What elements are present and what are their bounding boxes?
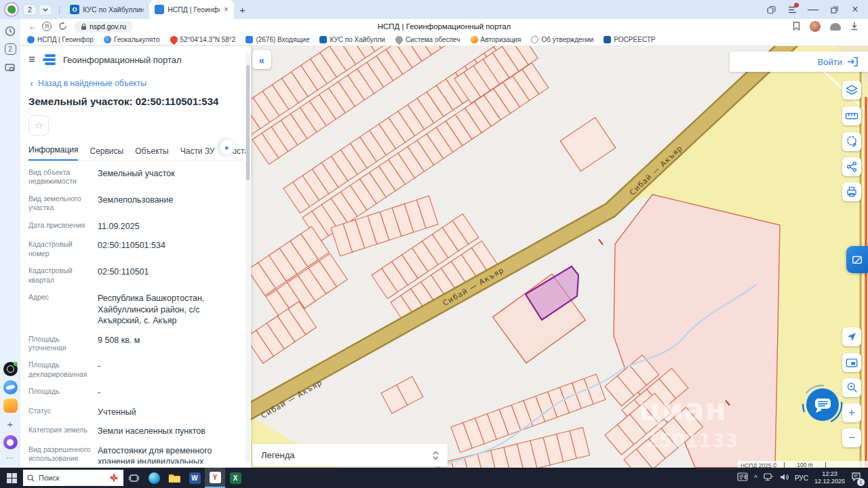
bookmark-item[interactable]: 52°04'14.3"N 58°2 — [170, 36, 236, 43]
zoom-out-button[interactable]: − — [842, 428, 861, 447]
map-area: Сибай — Акъяр Сибай — Акъяр Сибай — Акъя… — [251, 46, 868, 468]
tab-objects[interactable]: Объекты — [135, 146, 169, 161]
notification-badge: 1 — [857, 479, 865, 486]
tray-chevron-icon[interactable]: ^ — [754, 474, 757, 482]
mail-icon — [245, 36, 253, 43]
tab-information[interactable]: Информация — [28, 145, 78, 161]
lasso-select-button[interactable] — [842, 132, 861, 151]
field-row: Площадь уточненная9 508 кв. м — [28, 331, 239, 357]
field-row: Площадь- — [28, 383, 239, 403]
scrollbar-thumb[interactable] — [246, 65, 250, 180]
bookmark-item[interactable]: Авторизация — [471, 36, 521, 43]
history-clock-icon[interactable] — [3, 24, 17, 38]
login-bar[interactable]: Войти — [730, 52, 868, 72]
volume-icon[interactable] — [780, 472, 789, 484]
nspd-bookmark-icon — [27, 36, 35, 43]
my-location-button[interactable] — [842, 327, 861, 346]
favorite-star-button[interactable]: ☆ — [28, 115, 49, 136]
cadastral-map[interactable]: Сибай — Акъяр Сибай — Акъяр Сибай — Акъя… — [251, 46, 868, 468]
chat-assistant-button[interactable] — [800, 382, 846, 428]
bookmark-item[interactable]: Геокалькулято — [104, 36, 160, 43]
language-indicator[interactable]: РУС — [795, 474, 808, 482]
page-title: НСПД | Геоинформационный портал — [20, 22, 868, 30]
screenshot-icon[interactable] — [3, 60, 17, 74]
messenger-icon[interactable] — [3, 362, 18, 376]
tab-outlook[interactable]: O КУС по Хайбуллинскому р — [64, 0, 149, 19]
bookmark-item[interactable]: РОСРЕЕСТР — [604, 36, 655, 43]
bookmark-item[interactable]: (2676) Входящие — [245, 36, 309, 43]
tab-services[interactable]: Сервисы — [90, 146, 123, 161]
measure-ruler-button[interactable] — [842, 106, 861, 125]
taskbar-search-input[interactable]: Поиск — [23, 470, 123, 486]
minimize-button[interactable]: — — [808, 5, 818, 14]
field-row: Категория земельЗемли населенных пунктов — [28, 422, 239, 441]
taskbar-explorer-icon[interactable] — [164, 468, 184, 488]
tab-close-icon[interactable]: × — [224, 5, 229, 14]
add-panel-icon[interactable]: + — [3, 417, 18, 431]
restore-button[interactable] — [829, 5, 839, 14]
taskbar-yandex-icon[interactable]: Y — [205, 468, 225, 488]
tabs-overflow-button[interactable]: ▸ — [220, 140, 235, 155]
tab-group-chevron-icon[interactable] — [39, 4, 52, 16]
outlook-icon — [319, 36, 327, 43]
yandex-search-icon[interactable]: Я — [42, 22, 52, 31]
minimap-button[interactable] — [842, 353, 861, 372]
task-view-button[interactable] — [123, 468, 144, 488]
taskbar-clock[interactable]: 12:23 12.12.2025 — [814, 470, 845, 486]
legend-expand-icon — [433, 451, 439, 460]
taskbar-excel-icon[interactable]: X — [225, 468, 245, 488]
close-button[interactable]: × — [850, 5, 860, 14]
share-button[interactable] — [842, 157, 861, 176]
tabs-count-icon[interactable]: 2 — [5, 43, 16, 55]
tab-separator: | — [58, 5, 60, 14]
print-button[interactable] — [842, 182, 861, 201]
legend-toggle[interactable]: Легенда — [252, 444, 448, 466]
back-chevron-icon: ‹ — [30, 77, 33, 89]
bookmark-item[interactable]: НСПД | Геоинфор — [27, 36, 94, 43]
tab-nspd-active[interactable]: НСПД | Геоинформаци × — [149, 0, 234, 19]
bookmark-item[interactable]: Система обеспеч — [395, 36, 460, 43]
reload-icon[interactable] — [58, 22, 67, 32]
browser-logo-icon[interactable] — [4, 2, 19, 17]
field-row: Дата присвоения11.09.2025 — [28, 217, 239, 237]
tab-parts[interactable]: Части ЗУ — [180, 146, 215, 161]
url-field[interactable]: nspd.gov.ru — [74, 21, 133, 33]
network-icon[interactable] — [764, 472, 774, 484]
mail-app-icon[interactable] — [3, 399, 18, 413]
menu-icon[interactable] — [787, 5, 797, 14]
doc-circle-icon — [531, 36, 538, 43]
panel-scrollbar[interactable] — [245, 52, 250, 462]
time-text: 12:23 — [814, 470, 845, 478]
hamburger-menu-icon[interactable]: ≡ — [28, 53, 35, 66]
url-text: nspd.gov.ru — [90, 22, 126, 30]
new-tab-button[interactable]: + — [239, 4, 245, 16]
collapse-panel-button[interactable]: « — [252, 50, 271, 69]
notification-dot — [794, 3, 799, 7]
bookmark-flag-icon[interactable] — [793, 22, 800, 32]
news-widget-icon[interactable] — [737, 472, 748, 484]
bookmark-item[interactable]: Об утверждении — [531, 36, 593, 43]
back-icon[interactable]: ← — [28, 22, 37, 31]
alice-assistant-icon[interactable] — [830, 23, 841, 30]
profile-avatar[interactable] — [810, 21, 821, 32]
address-bar-row: ← Я nspd.gov.ru НСПД | Геоинформационный… — [20, 19, 868, 34]
taskbar-word-icon[interactable]: W — [184, 468, 205, 488]
auth-icon — [471, 36, 478, 43]
layers-button[interactable] — [842, 81, 861, 100]
action-center-icon[interactable]: 1 — [851, 472, 861, 484]
more-icon[interactable]: ⋯ — [6, 453, 14, 462]
tabs-panel-icon[interactable] — [766, 5, 776, 14]
outlook-icon: O — [70, 5, 79, 14]
feedback-tab-button[interactable] — [846, 246, 868, 273]
tab-group-count[interactable]: 2 — [23, 4, 37, 16]
back-to-results-link[interactable]: ‹ Назад в найденные объекты — [20, 66, 251, 89]
alice-app-icon[interactable] — [3, 435, 18, 449]
telegram-icon[interactable] — [3, 380, 18, 394]
start-button[interactable] — [0, 468, 23, 488]
bookmark-item[interactable]: КУС по Хайбулли — [319, 36, 384, 43]
search-icon — [27, 474, 35, 482]
window-controls: — × — [766, 5, 860, 14]
taskbar-edge-icon[interactable] — [144, 468, 164, 488]
downloads-icon[interactable] — [850, 22, 859, 32]
map-watermark-number: 2501133 — [646, 430, 738, 452]
